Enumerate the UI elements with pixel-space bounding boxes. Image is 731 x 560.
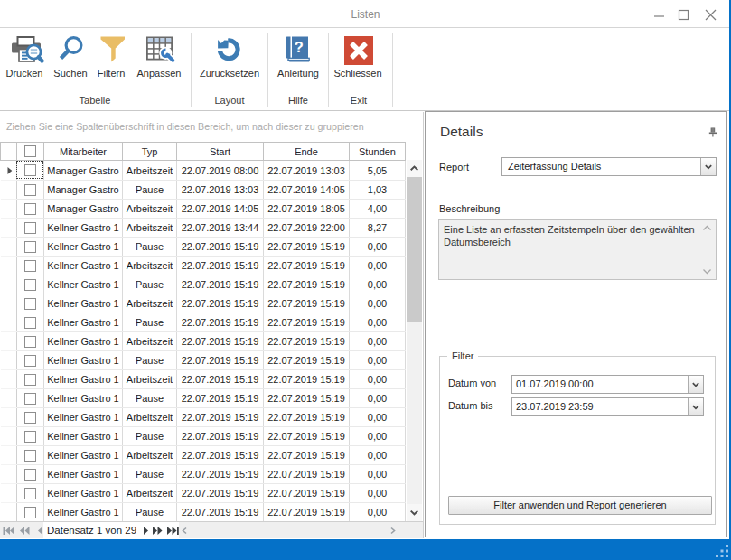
svg-text:?: ? [295, 39, 304, 55]
